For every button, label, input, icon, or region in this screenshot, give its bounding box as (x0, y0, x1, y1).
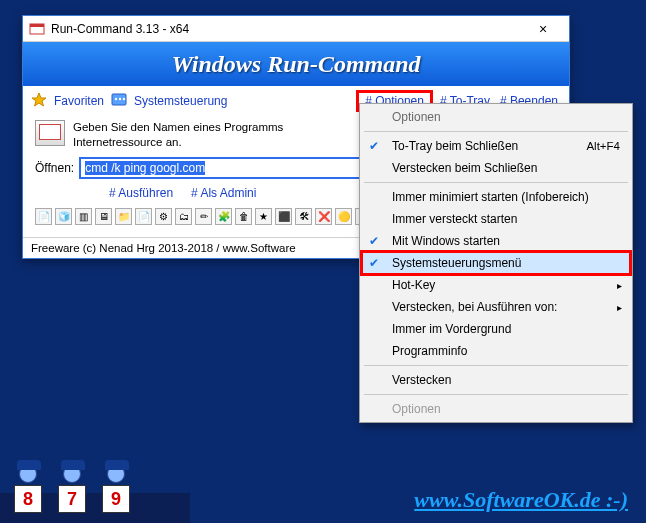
open-label: Öffnen: (35, 161, 74, 175)
menu-item-label: Verstecken, bei Ausführen von: (392, 300, 557, 314)
menu-item-label: Programminfo (392, 344, 467, 358)
menu-item-label: To-Tray beim Schließen (392, 139, 518, 153)
judge-score: 7 (58, 485, 86, 513)
toolbar-icon-15[interactable]: ❌ (315, 208, 332, 225)
judges: 8 7 9 (8, 465, 136, 513)
judge-1: 8 (8, 465, 48, 513)
toolbar-icon-5[interactable]: 📁 (115, 208, 132, 225)
judge-3: 9 (96, 465, 136, 513)
als-admin-link[interactable]: # Als Admini (191, 186, 256, 200)
menu-hide-close[interactable]: Verstecken beim Schließen (362, 157, 630, 179)
menu-item-label: Immer versteckt starten (392, 212, 517, 226)
toolbar-icon-4[interactable]: 🖥 (95, 208, 112, 225)
check-icon: ✔ (369, 256, 379, 270)
toolbar-icon-3[interactable]: ▥ (75, 208, 92, 225)
toolbar-icon-13[interactable]: ⬛ (275, 208, 292, 225)
menu-hotkey[interactable]: Hot-Key (362, 274, 630, 296)
menu-item-label: Systemsteuerungsmenü (392, 256, 521, 270)
menu-separator (364, 182, 628, 183)
menu-hide[interactable]: Verstecken (362, 369, 630, 391)
check-icon: ✔ (369, 139, 379, 153)
window-title: Run-Command 3.13 - x64 (51, 22, 521, 36)
judge-score: 8 (14, 485, 42, 513)
systemsteuerung-label[interactable]: Systemsteuerung (131, 92, 230, 110)
menu-control-panel-menu[interactable]: ✔ Systemsteuerungsmenü (362, 252, 630, 274)
menu-item-accel: Alt+F4 (586, 140, 620, 152)
menu-header: Optionen (362, 106, 630, 128)
svg-rect-1 (30, 24, 44, 27)
favoriten-label[interactable]: Favoriten (51, 92, 107, 110)
judge-2: 7 (52, 465, 92, 513)
menu-start-minimized[interactable]: Immer minimiert starten (Infobereich) (362, 186, 630, 208)
banner-title: Windows Run-Command (23, 42, 569, 86)
star-icon (31, 92, 47, 111)
menu-always-on-top[interactable]: Immer im Vordergrund (362, 318, 630, 340)
toolbar-icon-14[interactable]: 🛠 (295, 208, 312, 225)
ausfuehren-link[interactable]: # Ausführen (109, 186, 173, 200)
toolbar-icon-10[interactable]: 🧩 (215, 208, 232, 225)
run-icon (35, 120, 65, 146)
toolbar-icon-6[interactable]: 📄 (135, 208, 152, 225)
menu-separator (364, 365, 628, 366)
judge-score: 9 (102, 485, 130, 513)
menu-item-label: Optionen (392, 402, 441, 416)
menu-item-label: Hot-Key (392, 278, 435, 292)
control-panel-icon (111, 92, 127, 111)
menu-to-tray-close[interactable]: ✔ To-Tray beim Schließen Alt+F4 (362, 135, 630, 157)
toolbar-icon-2[interactable]: 🧊 (55, 208, 72, 225)
menu-item-label: Verstecken beim Schließen (392, 161, 537, 175)
favoriten-link[interactable]: Favoriten (31, 92, 107, 111)
toolbar-icon-9[interactable]: ✏ (195, 208, 212, 225)
svg-point-6 (123, 97, 125, 99)
options-menu: Optionen ✔ To-Tray beim Schließen Alt+F4… (359, 103, 633, 423)
check-icon: ✔ (369, 234, 379, 248)
menu-separator (364, 131, 628, 132)
menu-item-label: Verstecken (392, 373, 451, 387)
close-button[interactable]: × (521, 19, 565, 39)
prompt-text: Geben Sie den Namen eines Programms Inte… (73, 120, 283, 150)
svg-point-5 (119, 97, 121, 99)
menu-start-with-windows[interactable]: ✔ Mit Windows starten (362, 230, 630, 252)
svg-marker-2 (32, 93, 46, 106)
systemsteuerung-link[interactable]: Systemsteuerung (111, 92, 230, 111)
toolbar-icon-7[interactable]: ⚙ (155, 208, 172, 225)
toolbar-icon-12[interactable]: ★ (255, 208, 272, 225)
menu-item-label: Mit Windows starten (392, 234, 500, 248)
toolbar-icon-1[interactable]: 📄 (35, 208, 52, 225)
menu-program-info[interactable]: Programminfo (362, 340, 630, 362)
menu-separator (364, 394, 628, 395)
titlebar[interactable]: Run-Command 3.13 - x64 × (23, 16, 569, 42)
menu-hide-on-run[interactable]: Verstecken, bei Ausführen von: (362, 296, 630, 318)
menu-start-hidden[interactable]: Immer versteckt starten (362, 208, 630, 230)
site-link[interactable]: www.SoftwareOK.de :-) (414, 487, 628, 513)
svg-point-4 (115, 97, 117, 99)
menu-item-label: Immer minimiert starten (Infobereich) (392, 190, 589, 204)
app-icon (29, 21, 45, 37)
menu-item-label: Immer im Vordergrund (392, 322, 511, 336)
toolbar-icon-16[interactable]: 🟡 (335, 208, 352, 225)
toolbar-icon-8[interactable]: 🗂 (175, 208, 192, 225)
toolbar-icon-11[interactable]: 🗑 (235, 208, 252, 225)
menu-footer-optionen: Optionen (362, 398, 630, 420)
